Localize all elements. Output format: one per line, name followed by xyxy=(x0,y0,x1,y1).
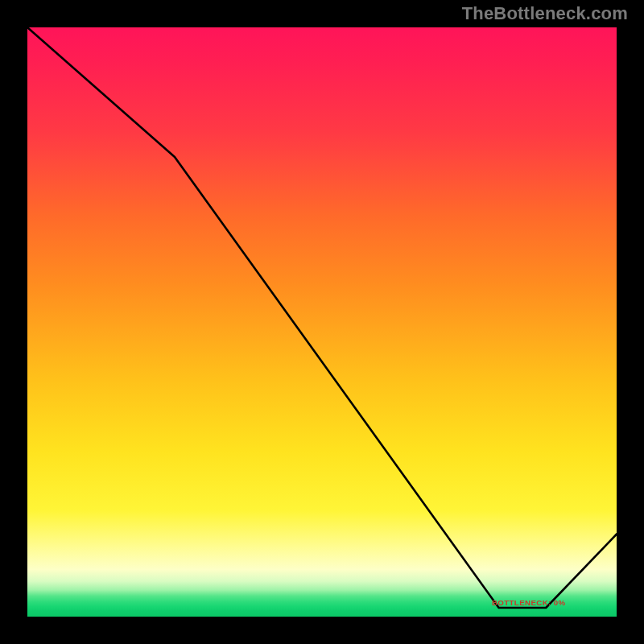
figure-root: TheBottleneck.com BOTTLENECK: 0% xyxy=(0,0,644,644)
plot-area: BOTTLENECK: 0% xyxy=(27,27,617,617)
line-overlay: BOTTLENECK: 0% xyxy=(27,27,617,617)
watermark-text: TheBottleneck.com xyxy=(462,3,628,24)
flat-segment-label: BOTTLENECK: 0% xyxy=(492,598,566,607)
bottleneck-curve xyxy=(27,27,617,608)
